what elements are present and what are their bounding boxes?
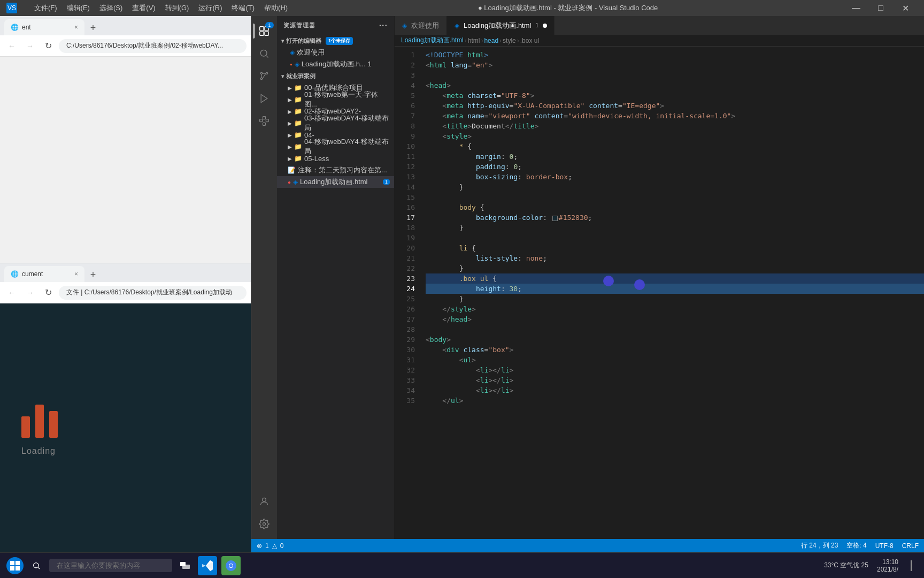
activity-extensions[interactable] — [253, 110, 275, 132]
line-num-16: 16 — [395, 202, 421, 212]
status-errors[interactable]: ⊗ 1 △ 0 — [257, 542, 283, 550]
line-num-28: 28 — [395, 324, 421, 334]
browser-tab-2[interactable]: 🌐 cument × — [4, 266, 84, 282]
code-line-32: <li></li> — [426, 365, 924, 375]
status-spaces[interactable]: 空格: 4 — [846, 541, 866, 550]
code-line-14: } — [426, 182, 924, 192]
folder-icon: 📁 — [294, 84, 302, 92]
start-button[interactable] — [6, 557, 24, 574]
loading-bar-2 — [35, 405, 44, 438]
explorer-more-btn[interactable]: ··· — [379, 21, 388, 31]
chrome-taskbar-icon[interactable] — [221, 556, 241, 575]
reload-button-2[interactable]: ↻ — [41, 285, 56, 300]
forward-button-2[interactable]: → — [22, 285, 37, 300]
menu-file[interactable]: 文件(F) — [30, 2, 61, 14]
open-editors-label: 打开的编辑器 — [286, 37, 321, 45]
breadcrumb-sep-3: › — [499, 37, 502, 44]
status-line-col[interactable]: 行 24，列 23 — [801, 541, 838, 550]
taskview-button[interactable] — [176, 557, 194, 574]
browser-page-1 — [0, 57, 251, 263]
menu-terminal[interactable]: 终端(T) — [227, 2, 259, 14]
open-editors-badge: 1个未保存 — [326, 37, 353, 45]
browser-tab-close-1[interactable]: × — [74, 24, 78, 31]
chevron-down-icon: ▾ — [281, 38, 284, 44]
search-taskbar-icon[interactable] — [28, 557, 45, 574]
file-item-note[interactable]: 📝 注释：第二天预习内容在第... — [277, 164, 394, 176]
show-desktop-button[interactable] — [907, 558, 918, 573]
menu-run[interactable]: 运行(R) — [194, 2, 226, 14]
chevron-right-icon: ▶ — [288, 85, 292, 91]
open-editors-header[interactable]: ▾ 打开的编辑器 1个未保存 — [277, 35, 394, 47]
breadcrumb-html[interactable]: html — [468, 37, 480, 44]
error-count: 1 — [265, 542, 269, 550]
svg-rect-13 — [260, 119, 263, 122]
folder-item-03[interactable]: ▶ 📁 03-移动webDAY4-移动端布局 — [277, 117, 394, 129]
svg-rect-22 — [16, 566, 20, 571]
window-controls[interactable]: — □ ✕ — [844, 0, 918, 16]
svg-point-6 — [260, 72, 262, 74]
address-input-1[interactable] — [59, 39, 247, 53]
vscode-file-icon: ◈ — [290, 49, 295, 56]
breadcrumb-boxul[interactable]: .box ul — [520, 37, 539, 44]
menu-select[interactable]: 选择(S) — [95, 2, 127, 14]
folder-item-04b[interactable]: ▶ 📁 04-移动webDAY4-移动端布局 — [277, 141, 394, 153]
back-button-2[interactable]: ← — [4, 285, 19, 300]
taskbar-search-input[interactable] — [49, 559, 172, 572]
activity-run[interactable] — [253, 88, 275, 109]
line-num-35: 35 — [395, 396, 421, 406]
file-item-loading-active[interactable]: ● ◈ Loading加载动画.html 1 — [277, 176, 394, 188]
taskbar-date: 2021/8/ — [877, 566, 898, 573]
minimize-button[interactable]: — — [844, 0, 868, 16]
activity-account[interactable] — [253, 491, 275, 512]
code-line-29: <body> — [426, 334, 924, 345]
back-button[interactable]: ← — [4, 39, 19, 54]
line-num-1: 1 — [395, 50, 421, 60]
svg-point-18 — [263, 523, 266, 526]
activity-search[interactable] — [253, 43, 275, 64]
menu-bar[interactable]: 文件(F) 编辑(E) 选择(S) 查看(V) 转到(G) 运行(R) 终端(T… — [30, 2, 292, 14]
line-num-12: 12 — [395, 162, 421, 172]
menu-help[interactable]: 帮助(H) — [260, 2, 292, 14]
activity-explorer[interactable]: 1 — [253, 20, 275, 42]
folder-item-01[interactable]: ▶ 📁 01-移动web第一天-字体图... — [277, 94, 394, 105]
activity-settings[interactable] — [253, 513, 275, 535]
reload-button[interactable]: ↻ — [41, 39, 56, 54]
editor-tab-loading-active[interactable]: ◈ Loading加载动画.html 1 — [447, 16, 555, 35]
code-line-33: <li></li> — [426, 375, 924, 385]
menu-goto[interactable]: 转到(G) — [161, 2, 194, 14]
browser-tab-close-2[interactable]: × — [74, 270, 78, 278]
vscode-taskbar-icon[interactable] — [198, 556, 217, 575]
activity-git[interactable] — [253, 65, 275, 87]
loading-text: Loading — [21, 446, 56, 456]
browser-tab-bar-2: 🌐 cument × + — [0, 263, 251, 282]
address-input-2[interactable] — [59, 286, 247, 300]
status-encoding[interactable]: UTF-8 — [875, 542, 894, 550]
taskbar: 33°C 空气优 25 13:10 2021/8/ — [0, 552, 924, 578]
menu-edit[interactable]: 编辑(E) — [63, 2, 94, 14]
line-num-3: 3 — [395, 70, 421, 80]
menu-view[interactable]: 查看(V) — [128, 2, 159, 14]
new-tab-button-2[interactable]: + — [86, 267, 101, 282]
new-tab-button[interactable]: + — [86, 20, 101, 35]
maximize-button[interactable]: □ — [868, 0, 893, 16]
open-editor-loading[interactable]: ● ◈ Loading加载动画.h... 1 — [277, 58, 394, 70]
modified-indicator — [543, 24, 547, 28]
job-case-header[interactable]: ▾ 就业班案例 — [277, 70, 394, 82]
breadcrumb-style[interactable]: style — [503, 37, 516, 44]
open-editor-welcome[interactable]: ◈ 欢迎使用 — [277, 47, 394, 58]
chevron-right-icon-4a: ▶ — [288, 132, 292, 138]
breadcrumb-head[interactable]: head — [484, 37, 498, 44]
breadcrumb-file[interactable]: Loading加载动画.html — [401, 36, 464, 45]
taskbar-clock[interactable]: 13:10 2021/8/ — [877, 558, 898, 573]
status-bar: ⊗ 1 △ 0 行 24，列 23 空格: 4 UTF-8 CRLF — [251, 539, 924, 552]
forward-button[interactable]: → — [22, 39, 37, 54]
code-content[interactable]: <!DOCTYPE html> <html lang="en"> <head> … — [421, 47, 924, 539]
status-line-ending[interactable]: CRLF — [902, 542, 919, 550]
line-num-11: 11 — [395, 151, 421, 162]
line-num-8: 8 — [395, 121, 421, 131]
svg-line-11 — [263, 73, 266, 79]
browser-tab-1[interactable]: 🌐 ent × — [4, 19, 84, 35]
editor-tab-welcome[interactable]: ◈ 欢迎使用 — [395, 16, 447, 35]
svg-rect-0 — [260, 27, 264, 31]
close-button[interactable]: ✕ — [893, 0, 918, 16]
